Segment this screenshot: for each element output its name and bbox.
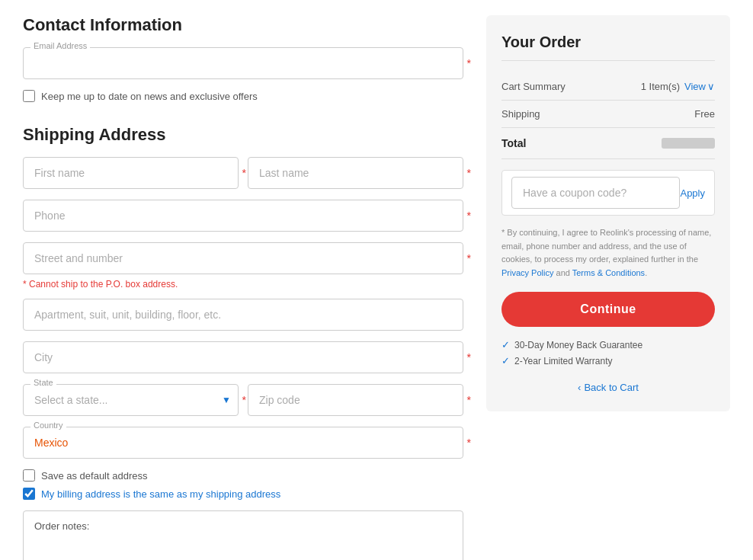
state-label: State: [30, 378, 56, 387]
total-row: Total: [501, 128, 715, 159]
back-to-cart-label: Back to Cart: [584, 382, 639, 393]
contact-section-title: Contact Information: [23, 15, 463, 35]
po-box-text: Cannot ship to the P.O. box address.: [29, 279, 178, 290]
email-label: Email Address: [30, 41, 90, 50]
zip-field-group: *: [248, 384, 463, 416]
shipping-row: Shipping Free: [501, 101, 715, 128]
email-required-marker: *: [467, 57, 471, 69]
left-column: Contact Information Email Address * Keep…: [23, 15, 463, 560]
chevron-down-icon: ∨: [707, 81, 715, 92]
cart-summary-row: Cart Summary 1 Item(s) View ∨: [501, 73, 715, 101]
po-box-note: * Cannot ship to the P.O. box address.: [23, 279, 463, 290]
country-value: Mexico: [23, 427, 463, 459]
terms-note: * By continuing, I agree to Reolink's pr…: [501, 226, 715, 280]
guarantee-2-label: 2-Year Limited Warranty: [514, 356, 613, 366]
state-required: *: [242, 394, 246, 406]
street-required: *: [467, 252, 471, 264]
total-value-blurred: [662, 138, 715, 149]
zip-input[interactable]: [248, 384, 463, 416]
left-arrow-icon: ‹: [578, 382, 581, 393]
state-select-container: Select a state... ▼: [23, 384, 239, 416]
guarantees-section: ✓ 30-Day Money Back Guarantee ✓ 2-Year L…: [501, 339, 715, 366]
state-select[interactable]: Select a state...: [23, 384, 239, 416]
billing-same-row: My billing address is the same as my shi…: [23, 488, 463, 500]
city-required: *: [467, 351, 471, 363]
order-notes-label: Order notes:: [34, 520, 89, 532]
billing-same-checkbox[interactable]: [23, 488, 35, 500]
order-notes-field-group: Order notes:: [23, 510, 463, 560]
phone-input[interactable]: [23, 200, 463, 232]
first-name-input[interactable]: [23, 157, 239, 189]
save-default-label: Save as default address: [41, 470, 147, 482]
total-label: Total: [501, 137, 526, 149]
apartment-input[interactable]: [23, 299, 463, 331]
phone-required: *: [467, 210, 471, 222]
apartment-field-group: [23, 299, 463, 331]
shipping-section: Shipping Address * * * *: [23, 125, 463, 560]
email-field-group: Email Address *: [23, 47, 463, 79]
street-input[interactable]: [23, 242, 463, 274]
terms-and: and: [556, 268, 570, 277]
guarantee-1-label: 30-Day Money Back Guarantee: [514, 340, 642, 350]
save-default-checkbox[interactable]: [23, 469, 35, 482]
city-input[interactable]: [23, 341, 463, 373]
last-name-input[interactable]: [248, 157, 463, 189]
state-zip-row: State Select a state... ▼ * *: [23, 384, 463, 416]
continue-button[interactable]: Continue: [501, 292, 715, 327]
last-name-required: *: [467, 167, 471, 179]
name-row: * *: [23, 157, 463, 189]
order-notes-area[interactable]: Order notes:: [23, 510, 463, 560]
shipping-value: Free: [694, 108, 715, 120]
guarantee-2: ✓ 2-Year Limited Warranty: [501, 355, 715, 366]
shipping-section-title: Shipping Address: [23, 125, 463, 145]
shipping-label: Shipping: [501, 108, 540, 120]
check-icon-1: ✓: [501, 339, 510, 350]
save-default-row: Save as default address: [23, 469, 463, 482]
country-label: Country: [30, 421, 66, 430]
phone-field-group: *: [23, 200, 463, 232]
city-field-group: *: [23, 341, 463, 373]
terms-conditions-link[interactable]: Terms & Conditions: [572, 268, 645, 277]
apply-coupon-button[interactable]: Apply: [680, 187, 705, 199]
billing-same-label: My billing address is the same as my shi…: [41, 488, 280, 500]
coupon-row: Apply: [501, 170, 715, 216]
newsletter-label: Keep me up to date on news and exclusive…: [41, 91, 258, 102]
newsletter-checkbox-row: Keep me up to date on news and exclusive…: [23, 90, 463, 102]
cart-summary-label: Cart Summary: [501, 81, 566, 92]
first-name-required: *: [242, 167, 246, 179]
newsletter-checkbox[interactable]: [23, 90, 35, 102]
country-required: *: [467, 437, 471, 449]
right-column: Your Order Cart Summary 1 Item(s) View ∨…: [486, 15, 730, 560]
cart-summary-value: 1 Item(s) View ∨: [641, 81, 715, 92]
items-count: 1 Item(s): [641, 81, 680, 92]
state-field-group: State Select a state... ▼ *: [23, 384, 239, 416]
coupon-input[interactable]: [511, 177, 680, 209]
back-to-cart-link[interactable]: ‹ Back to Cart: [501, 382, 715, 393]
contact-section: Contact Information Email Address * Keep…: [23, 15, 463, 102]
zip-required: *: [467, 394, 471, 406]
po-box-asterisk: *: [23, 279, 27, 290]
street-field-group: *: [23, 242, 463, 274]
check-icon-2: ✓: [501, 355, 510, 366]
view-label: View: [684, 81, 706, 92]
guarantee-1: ✓ 30-Day Money Back Guarantee: [501, 339, 715, 350]
email-input[interactable]: [23, 47, 463, 79]
checkbox-options: Save as default address My billing addre…: [23, 469, 463, 500]
order-panel: Your Order Cart Summary 1 Item(s) View ∨…: [486, 15, 730, 411]
view-cart-link[interactable]: View ∨: [684, 81, 715, 92]
first-name-field-group: *: [23, 157, 239, 189]
order-title: Your Order: [501, 34, 715, 61]
privacy-policy-link[interactable]: Privacy Policy: [501, 268, 553, 277]
last-name-field-group: *: [248, 157, 463, 189]
terms-text: * By continuing, I agree to Reolink's pr…: [501, 228, 711, 264]
country-field-group: Country Mexico *: [23, 427, 463, 459]
